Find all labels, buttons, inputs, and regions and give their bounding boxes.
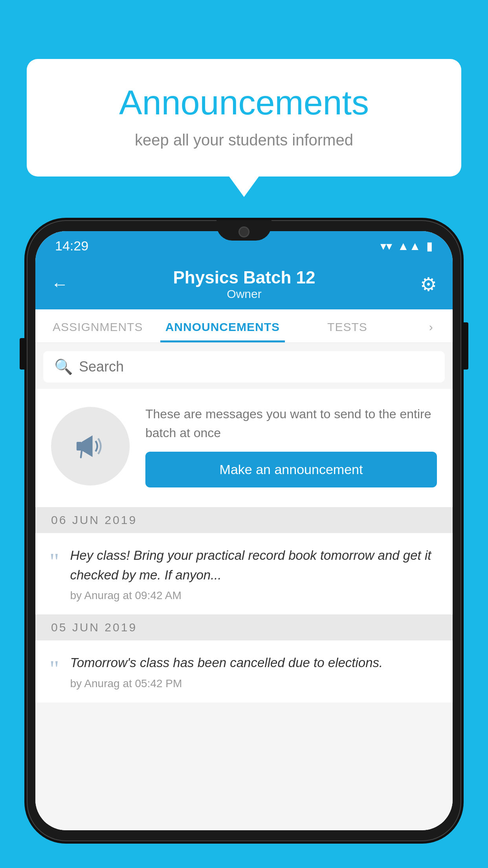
search-icon: 🔍 [54,358,73,375]
status-time: 14:29 [55,238,88,254]
make-announcement-button[interactable]: Make an announcement [145,452,437,487]
announcement-right-panel: These are messages you want to send to t… [145,405,437,487]
announcement-meta-2: by Anurag at 05:42 PM [70,677,439,690]
quote-icon-1: " [50,550,59,573]
svg-rect-1 [77,442,82,451]
announcement-icon-circle [51,407,130,485]
date-divider-1: 06 JUN 2019 [35,507,453,533]
owner-subtitle: Owner [173,287,316,301]
phone-screen: 14:29 ▾▾ ▲▲ ▮ ← Physics Batch 12 Owner ⚙ [35,231,453,830]
quote-icon-2: " [50,657,59,680]
phone-wrapper: 14:29 ▾▾ ▲▲ ▮ ← Physics Batch 12 Owner ⚙ [27,220,461,868]
search-input[interactable] [79,359,434,375]
bubble-title: Announcements [58,83,430,123]
tab-more[interactable]: › [410,309,453,342]
notch-camera [238,226,250,237]
announcement-item-2: " Tomorrow's class has been cancelled du… [35,640,453,702]
signal-icon: ▲▲ [398,239,421,253]
announcement-text-area-1: Hey class! Bring your practical record b… [70,546,439,602]
svg-line-2 [81,451,82,458]
tab-tests[interactable]: TESTS [285,309,410,342]
announcement-description: These are messages you want to send to t… [145,405,437,442]
bubble-subtitle: keep all your students informed [58,131,430,149]
app-header: ← Physics Batch 12 Owner ⚙ [35,259,453,309]
announcement-text-2: Tomorrow's class has been cancelled due … [70,653,439,673]
battery-icon: ▮ [426,239,433,253]
tabs-bar: ASSIGNMENTS ANNOUNCEMENTS TESTS › [35,309,453,343]
speech-bubble: Announcements keep all your students inf… [27,59,461,177]
batch-title: Physics Batch 12 [173,268,316,287]
tab-assignments[interactable]: ASSIGNMENTS [35,309,160,342]
phone-outer: 14:29 ▾▾ ▲▲ ▮ ← Physics Batch 12 Owner ⚙ [27,220,461,841]
megaphone-icon [69,425,112,468]
search-container: 🔍 [43,351,445,383]
phone-notch [216,220,272,241]
announcement-item-1: " Hey class! Bring your practical record… [35,533,453,614]
announcement-prompt: These are messages you want to send to t… [35,389,453,507]
announcement-meta-1: by Anurag at 09:42 AM [70,589,439,602]
header-title-group: Physics Batch 12 Owner [173,268,316,301]
back-button[interactable]: ← [51,274,68,294]
svg-marker-0 [82,435,93,457]
speech-bubble-container: Announcements keep all your students inf… [27,59,461,177]
tab-announcements[interactable]: ANNOUNCEMENTS [160,309,285,342]
settings-icon[interactable]: ⚙ [420,273,437,295]
content-area: 🔍 [35,343,453,830]
announcement-text-1: Hey class! Bring your practical record b… [70,546,439,585]
announcement-text-area-2: Tomorrow's class has been cancelled due … [70,653,439,690]
date-divider-2: 05 JUN 2019 [35,614,453,640]
status-icons: ▾▾ ▲▲ ▮ [380,239,433,253]
wifi-icon: ▾▾ [380,239,392,253]
